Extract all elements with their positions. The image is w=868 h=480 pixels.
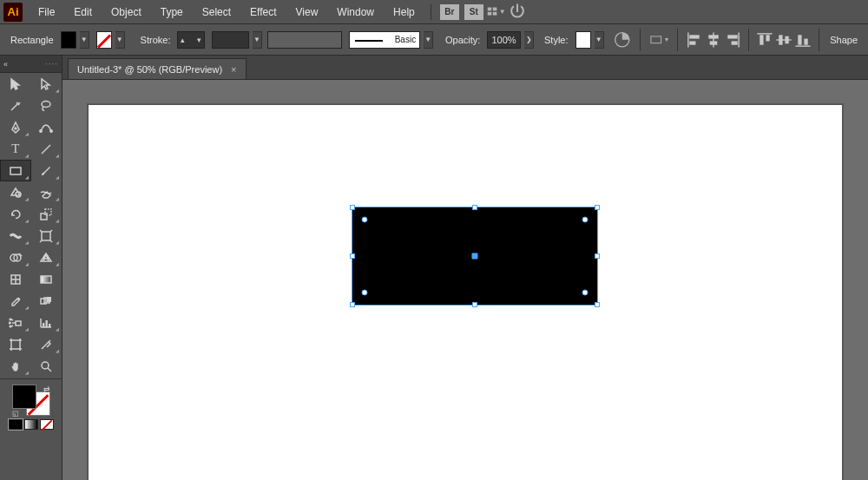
expand-panel-icon[interactable]: « — [3, 60, 8, 69]
svg-rect-31 — [41, 214, 47, 220]
align-hcenter-icon[interactable] — [705, 31, 722, 49]
rotate-tool[interactable]: ◢ — [0, 203, 31, 225]
shaper-tool[interactable]: ◢ — [0, 181, 31, 203]
gpu-preview-icon[interactable] — [508, 4, 527, 20]
align-right-icon[interactable] — [724, 31, 741, 49]
blend-tool[interactable] — [31, 290, 62, 312]
free-transform-tool[interactable]: ◢ — [31, 225, 62, 247]
opacity-input[interactable]: 100% — [487, 31, 521, 49]
svg-point-25 — [15, 128, 16, 129]
menu-view[interactable]: View — [287, 3, 327, 22]
svg-point-43 — [9, 322, 10, 324]
mesh-tool[interactable] — [0, 268, 31, 290]
close-tab-icon[interactable]: × — [231, 64, 236, 75]
svg-rect-40 — [47, 297, 51, 302]
line-segment-tool[interactable]: ◢ — [31, 138, 62, 160]
stroke-dropdown[interactable]: ▼ — [115, 31, 125, 49]
align-bottom-icon[interactable] — [794, 31, 812, 49]
tools-panel: « ∙∙∙∙ ◢ ◢ T◢ ◢ ◢ ◢ ◢ ◢ ◢ ◢ — [0, 56, 62, 480]
fill-stroke-swatches[interactable]: ⇄ ◱ — [12, 385, 50, 416]
magic-wand-tool[interactable] — [0, 95, 31, 116]
svg-line-28 — [42, 145, 50, 154]
artboard[interactable] — [88, 104, 843, 480]
panel-grip-icon[interactable]: ∙∙∙∙ — [45, 59, 58, 69]
svg-rect-1 — [493, 8, 497, 11]
align-left-icon[interactable] — [686, 31, 703, 49]
svg-rect-11 — [710, 41, 718, 44]
lasso-tool[interactable] — [31, 95, 62, 116]
menu-file[interactable]: File — [30, 3, 63, 22]
paintbrush-tool[interactable]: ◢ — [31, 160, 62, 181]
eyedropper-tool[interactable]: ◢ — [0, 290, 31, 312]
svg-point-49 — [42, 362, 49, 369]
pen-tool[interactable]: ◢ — [0, 116, 31, 138]
column-graph-tool[interactable]: ◢ — [31, 312, 62, 333]
brush-style-label: Basic — [395, 35, 416, 44]
svg-rect-37 — [41, 276, 51, 283]
scale-tool[interactable]: ◢ — [31, 203, 62, 225]
svg-rect-5 — [651, 36, 661, 43]
stroke-swatch[interactable] — [96, 31, 112, 49]
align-to-selection-icon[interactable]: ▾ — [649, 31, 668, 49]
direct-selection-tool[interactable]: ◢ — [31, 73, 62, 95]
document-tab-title: Untitled-3* @ 50% (RGB/Preview) — [77, 64, 222, 75]
type-tool[interactable]: T◢ — [0, 138, 31, 160]
artboard-tool[interactable] — [0, 333, 31, 355]
graphic-style-swatch[interactable] — [575, 31, 591, 49]
selection-tool[interactable] — [0, 73, 31, 95]
tools-grid: ◢ ◢ T◢ ◢ ◢ ◢ ◢ ◢ ◢ ◢ ◢ ◢ ◢ ◢ — [0, 73, 62, 377]
zoom-tool[interactable] — [31, 355, 62, 377]
menu-edit[interactable]: Edit — [65, 3, 101, 22]
align-top-icon[interactable] — [756, 31, 773, 49]
menu-window[interactable]: Window — [328, 3, 383, 22]
fill-dropdown[interactable]: ▼ — [80, 31, 89, 49]
shape-builder-tool[interactable]: ◢ — [0, 247, 31, 268]
symbol-sprayer-tool[interactable]: ◢ — [0, 312, 31, 333]
svg-rect-29 — [10, 168, 21, 174]
rectangle-tool[interactable]: ◢ — [0, 160, 31, 181]
color-mode-solid[interactable] — [9, 419, 23, 430]
graphic-style-label: Style: — [541, 35, 572, 45]
brush-style-caret[interactable]: ▼ — [424, 31, 433, 49]
controlbar-divider-1 — [640, 29, 641, 51]
stroke-weight-stepper[interactable]: ▴▾ — [177, 31, 204, 49]
perspective-grid-tool[interactable]: ◢ — [31, 247, 62, 268]
shape-properties-label[interactable]: Shape — [826, 35, 861, 45]
variable-width-profile-caret[interactable]: ▼ — [253, 31, 262, 49]
curvature-tool[interactable] — [31, 116, 62, 138]
svg-rect-48 — [11, 340, 20, 349]
align-vcenter-icon[interactable] — [775, 31, 792, 49]
arrange-documents-icon[interactable]: ▼ — [487, 4, 506, 20]
fill-color-swatch[interactable] — [12, 385, 36, 409]
menu-effect[interactable]: Effect — [241, 3, 285, 22]
stroke-label: Stroke: — [137, 35, 174, 45]
gradient-tool[interactable] — [31, 268, 62, 290]
document-tab[interactable]: Untitled-3* @ 50% (RGB/Preview) × — [68, 58, 247, 79]
fill-swatch[interactable] — [61, 31, 76, 49]
svg-rect-14 — [732, 41, 738, 44]
eraser-tool[interactable]: ◢ — [31, 181, 62, 203]
variable-width-profile-dropdown[interactable] — [212, 31, 249, 49]
bridge-launch-icon[interactable]: Br — [440, 4, 459, 20]
rectangle-object[interactable] — [352, 207, 597, 305]
color-mode-gradient[interactable] — [24, 419, 38, 430]
menu-select[interactable]: Select — [194, 3, 240, 22]
width-tool[interactable]: ◢ — [0, 225, 31, 247]
recolor-artwork-icon[interactable] — [613, 31, 632, 49]
default-fill-stroke-icon[interactable]: ◱ — [12, 410, 19, 418]
align-vertical-group — [756, 31, 812, 49]
menu-object[interactable]: Object — [102, 3, 150, 22]
hand-tool[interactable]: ◢ — [0, 355, 31, 377]
tools-panel-header[interactable]: « ∙∙∙∙ — [0, 56, 62, 73]
stock-launch-icon[interactable]: St — [464, 4, 483, 20]
graphic-style-caret[interactable]: ▼ — [595, 31, 604, 49]
color-mode-none[interactable] — [40, 419, 54, 430]
svg-rect-22 — [799, 35, 802, 44]
slice-tool[interactable]: ◢ — [31, 333, 62, 355]
menu-help[interactable]: Help — [385, 3, 424, 22]
canvas-viewport[interactable] — [62, 80, 868, 480]
opacity-caret[interactable]: ❯ — [524, 31, 534, 49]
menu-type[interactable]: Type — [152, 3, 192, 22]
swap-fill-stroke-icon[interactable]: ⇄ — [43, 385, 50, 393]
brush-style-dropdown[interactable]: Basic — [349, 31, 420, 49]
